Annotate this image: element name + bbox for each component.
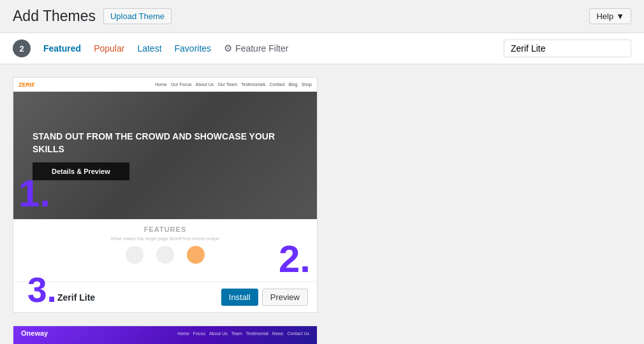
zerif-features-section: FEATURES What makes this single page Wor… (13, 219, 317, 282)
number2-label: 2. (279, 240, 311, 278)
page-title: Add Themes (13, 8, 96, 25)
oneway-nav: HomeFocusAbout UsTeamTestimonialNewsCont… (177, 331, 309, 336)
zerif-features-title: FEATURES (144, 226, 186, 233)
number3-label: 3. (27, 273, 57, 308)
zerif-preview[interactable]: ZERIF HomeOur FocusAbout UsOur TeamTesti… (13, 78, 317, 282)
help-button[interactable]: Help ▼ (589, 8, 631, 24)
tab-featured[interactable]: Featured (43, 43, 81, 54)
oneway-preview[interactable]: Oneway HomeFocusAbout UsTeamTestimonialN… (13, 326, 317, 344)
tab-latest[interactable]: Latest (137, 43, 161, 54)
tab-favorites[interactable]: Favorites (175, 43, 212, 54)
feature-icon-3 (187, 246, 205, 264)
oneway-hero: BEST ONEPAGE WORDPRESS THEME IN DIFFRENT… (13, 340, 317, 344)
theme-count-badge: 2 (13, 39, 31, 57)
help-label: Help (596, 11, 613, 21)
zerif-hero-title: STAND OUT FROM THE CROWD AND SHOWCASE YO… (33, 131, 298, 155)
zerif-nav: HomeOur FocusAbout UsOur TeamTestimonial… (155, 82, 312, 87)
feature-icon-1 (126, 246, 143, 264)
theme-card-oneway: Oneway HomeFocusAbout UsTeamTestimonialN… (13, 326, 318, 344)
upload-theme-button[interactable]: Upload Theme (103, 8, 172, 24)
preview-button[interactable]: Preview (262, 289, 308, 306)
zerif-logo: ZERIF (18, 82, 35, 88)
zerif-theme-name: Zerif Lite (57, 292, 95, 303)
chevron-down-icon: ▼ (616, 11, 624, 21)
zerif-footer: 3. Zerif Lite Install Preview (13, 282, 317, 312)
zerif-features-sub: What makes this single page WordPress th… (111, 236, 219, 241)
theme-card-zerif-lite: ZERIF HomeOur FocusAbout UsOur TeamTesti… (13, 77, 318, 313)
top-bar-left: Add Themes Upload Theme (13, 8, 172, 25)
filter-tabs: Featured Popular Latest Favorites ⚙ Feat… (43, 43, 504, 54)
zerif-footer-left: 3. Zerif Lite (22, 292, 95, 303)
tab-popular[interactable]: Popular (94, 43, 124, 54)
gear-icon: ⚙ (224, 43, 232, 54)
zerif-actions: Install Preview (221, 289, 308, 306)
filter-bar: 2 Featured Popular Latest Favorites ⚙ Fe… (0, 32, 644, 64)
oneway-topbar: Oneway HomeFocusAbout UsTeamTestimonialN… (13, 326, 317, 340)
top-bar: Add Themes Upload Theme Help ▼ (0, 0, 644, 32)
feature-icon-2 (156, 246, 174, 264)
oneway-logo: Oneway (21, 329, 48, 337)
feature-filter-label: Feature Filter (235, 43, 288, 54)
themes-grid: ZERIF HomeOur FocusAbout UsOur TeamTesti… (0, 64, 644, 344)
install-button[interactable]: Install (221, 289, 258, 306)
zerif-feature-icons (126, 246, 205, 264)
feature-filter-btn[interactable]: ⚙ Feature Filter (224, 43, 288, 54)
oneway-preview-inner: Oneway HomeFocusAbout UsTeamTestimonialN… (13, 326, 317, 344)
number1-label: 1. (18, 175, 50, 213)
zerif-hero: 1. STAND OUT FROM THE CROWD AND SHOWCASE… (13, 92, 317, 219)
zerif-topbar: ZERIF HomeOur FocusAbout UsOur TeamTesti… (13, 78, 317, 92)
theme-search-input[interactable] (504, 39, 631, 57)
